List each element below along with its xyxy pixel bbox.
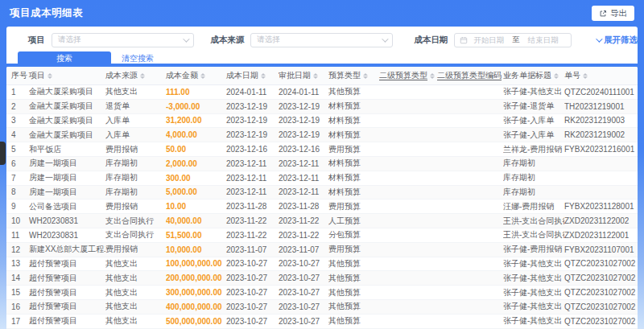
- drawer-handle[interactable]: [0, 142, 6, 165]
- cell-doc_no: FYBX20231107001: [564, 245, 638, 254]
- table-row[interactable]: 13超付预警项目其他支出100,000,000.002023-10-272023…: [6, 257, 638, 272]
- cell-approval_date: 2023-10-27: [279, 302, 328, 311]
- cost-source-select[interactable]: 请选择: [250, 33, 393, 47]
- expand-filters-link[interactable]: 展开筛选: [596, 35, 638, 46]
- cell-doc_title: 张子健-其他支出: [503, 273, 564, 284]
- column-header-index: 序号: [11, 70, 29, 81]
- column-header-cost-source[interactable]: 成本来源: [105, 70, 166, 81]
- start-date-input[interactable]: [468, 35, 510, 44]
- chevron-down-icon: [183, 35, 189, 42]
- cell-project: 超付预警项目: [29, 315, 105, 327]
- cell-budget_type: 其他预算: [328, 287, 379, 298]
- filter-actions: 搜索 清空搜索: [6, 51, 638, 65]
- project-select-placeholder: 请选择: [58, 35, 183, 45]
- cell-amount: 31,200.00: [166, 116, 226, 125]
- table-row[interactable]: 2金融大厦采购项目退货单-3,000.002023-12-192023-12-1…: [6, 100, 638, 114]
- sort-icon[interactable]: [313, 73, 318, 79]
- clear-search-link[interactable]: 清空搜索: [122, 53, 154, 64]
- cost-source-select-placeholder: 请选择: [257, 35, 382, 45]
- page-title: 项目成本明细表: [10, 6, 83, 20]
- table-row[interactable]: 12新建XX总部大厦工程二期费用报销10,000.002023-11-07202…: [6, 243, 638, 257]
- table-row[interactable]: 4金融大厦采购项目入库单4,000.002023-12-192023-12-19…: [6, 128, 638, 142]
- cell-amount: 111.00: [166, 88, 226, 97]
- cell-doc_title: 王洪-支出合同执行: [503, 229, 564, 241]
- title-bar: 项目成本明细表 导出: [0, 0, 644, 27]
- cell-amount: 500,000,000.00: [166, 317, 226, 326]
- cell-approval_date: 2023-10-27: [279, 273, 328, 282]
- cell-doc_no: RK20231219003: [564, 116, 638, 125]
- cell-doc_no: FYBX20231128001: [564, 202, 638, 211]
- cell-budget_type: 其他预算: [328, 86, 379, 97]
- cell-cost_date: 2023-12-19: [226, 102, 279, 111]
- table-row[interactable]: 1金融大厦采购项目其他支出111.002024-01-112024-01-11其…: [6, 85, 638, 100]
- cell-index: 2: [11, 102, 29, 111]
- cell-index: 5: [11, 145, 29, 154]
- cell-amount: 300.00: [166, 174, 226, 183]
- calendar-icon: [460, 33, 468, 47]
- cell-cost_date: 2023-10-27: [226, 317, 279, 326]
- cell-index: 15: [11, 288, 29, 297]
- table-row[interactable]: 7房建一期项目库存期初300.002023-12-112023-12-11材料预…: [6, 171, 638, 186]
- cell-doc_title: 汪娜-费用报销: [503, 201, 564, 212]
- table-row[interactable]: 11WH20230831支出合同执行51,500.002023-11-22202…: [6, 228, 638, 243]
- sort-icon[interactable]: [200, 73, 205, 79]
- project-select[interactable]: 请选择: [52, 33, 194, 47]
- expand-filters-label: 展开筛选: [604, 35, 638, 46]
- column-header-project[interactable]: 项目: [29, 70, 105, 81]
- cell-project: 超付预警项目: [29, 287, 105, 298]
- cell-budget_type: 其他预算: [328, 301, 379, 312]
- column-header-sub-budget-code[interactable]: 二级预算类型编码: [437, 70, 503, 81]
- column-header-cost-date[interactable]: 成本日期: [226, 70, 279, 81]
- end-date-input[interactable]: [522, 35, 564, 44]
- sort-icon[interactable]: [583, 73, 588, 79]
- cell-index: 11: [11, 231, 29, 240]
- table-row[interactable]: 3金融大厦采购项目入库单31,200.002023-12-192023-12-1…: [6, 114, 638, 129]
- cell-budget_type: 材料预算: [328, 187, 379, 198]
- column-header-sub-budget-type[interactable]: 二级预算类型: [379, 70, 437, 81]
- column-header-amount[interactable]: 成本金额: [166, 70, 226, 81]
- column-header-approval-date[interactable]: 审批日期: [279, 70, 328, 81]
- cell-approval_date: 2023-11-07: [279, 245, 328, 254]
- cell-amount: 2,000.00: [166, 159, 226, 168]
- column-header-budget-type[interactable]: 预算类型: [328, 70, 379, 81]
- cost-date-range-picker[interactable]: 至: [454, 33, 572, 47]
- column-header-doc-title[interactable]: 业务单据标题: [503, 70, 564, 81]
- cell-cost_source: 其他支出: [105, 273, 166, 284]
- cell-doc_title: 张子健-其他支出: [503, 287, 564, 298]
- cell-approval_date: 2023-12-19: [279, 130, 328, 139]
- sort-icon[interactable]: [554, 73, 559, 79]
- cell-cost_source: 库存期初: [105, 187, 166, 198]
- cell-cost_date: 2023-10-27: [226, 259, 279, 268]
- cell-approval_date: 2023-12-11: [279, 159, 328, 168]
- table-row[interactable]: 14超付预警项目其他支出200,000,000.002023-10-272023…: [6, 271, 638, 286]
- column-header-doc-no[interactable]: 单号: [564, 70, 638, 81]
- export-button[interactable]: 导出: [592, 6, 634, 21]
- cell-budget_type: 人工预算: [328, 216, 379, 227]
- sort-icon[interactable]: [47, 73, 52, 79]
- sort-icon[interactable]: [261, 73, 266, 79]
- table-row[interactable]: 8房建一期项目库存期初5,000.002023-12-112023-12-11材…: [6, 186, 638, 200]
- cell-budget_type: 其他预算: [328, 315, 379, 327]
- sort-icon[interactable]: [140, 73, 145, 79]
- table-row[interactable]: 15超付预警项目其他支出300,000,000.002023-10-272023…: [6, 286, 638, 300]
- cell-approval_date: 2024-01-11: [279, 88, 328, 97]
- table-row[interactable]: 10WH20230831支出合同执行40,000.002023-11-22202…: [6, 214, 638, 228]
- sort-icon[interactable]: [363, 73, 368, 79]
- table-row[interactable]: 6房建一期项目库存期初2,000.002023-12-112023-12-11材…: [6, 157, 638, 171]
- cell-amount: 300,000,000.00: [166, 288, 226, 297]
- cell-approval_date: 2023-12-11: [279, 174, 328, 183]
- cell-cost_date: 2023-11-07: [226, 245, 279, 254]
- table-row[interactable]: 17超付预警项目其他支出500,000,000.002023-10-272023…: [6, 315, 638, 329]
- cell-project: 房建一期项目: [29, 158, 105, 169]
- table-row[interactable]: 16超付预警项目其他支出400,000,000.002023-10-272023…: [6, 300, 638, 315]
- table-row[interactable]: 5和平饭店费用报销50.002023-12-162023-12-16费用预算兰祥…: [6, 142, 638, 157]
- sort-icon[interactable]: [430, 73, 435, 79]
- export-button-label: 导出: [610, 8, 627, 19]
- cell-amount: 400,000,000.00: [166, 302, 226, 311]
- cell-project: 和平饭店: [29, 144, 105, 155]
- cell-cost_date: 2023-10-27: [226, 288, 279, 297]
- cell-cost_source: 其他支出: [105, 258, 166, 269]
- cell-doc_title: 张子健-其他支出: [503, 301, 564, 312]
- search-button[interactable]: 搜索: [18, 51, 111, 65]
- table-row[interactable]: 9公司备选项目费用报销10.002023-11-282023-11-28费用预算…: [6, 199, 638, 214]
